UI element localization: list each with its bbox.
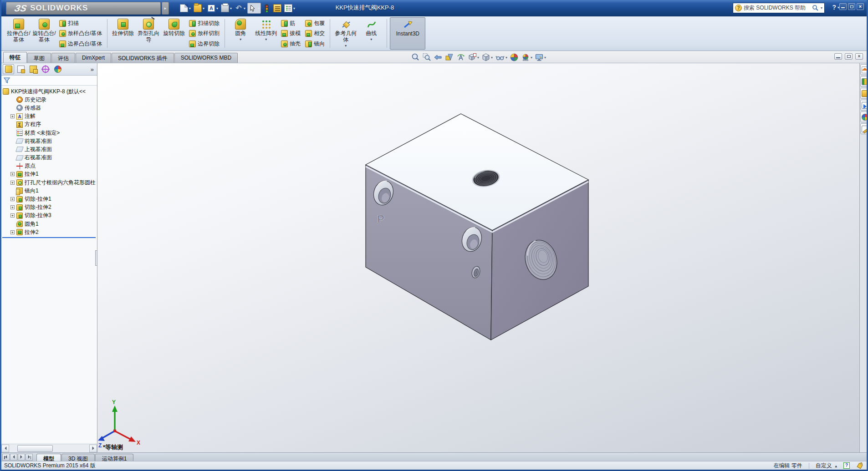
- maximize-button[interactable]: [848, 3, 855, 10]
- units-selector[interactable]: 自定义 ▴: [816, 462, 837, 470]
- rollback-bar[interactable]: [2, 237, 96, 238]
- options-button[interactable]: ▾: [283, 3, 296, 14]
- tree-item-hole[interactable]: +打孔尺寸根据内六角花形圆柱: [1, 178, 97, 187]
- menu-flyout-button[interactable]: ▸: [162, 2, 169, 15]
- tree-item-extrude2[interactable]: +拉伸2: [1, 228, 97, 236]
- tab-dimxpert[interactable]: DimXpert: [76, 53, 111, 63]
- print-button[interactable]: ▾: [220, 3, 233, 14]
- dropdown-arrow-icon[interactable]: ▾: [370, 37, 372, 41]
- dropdown-arrow-icon[interactable]: ▾: [230, 6, 232, 10]
- first-tab-button[interactable]: [2, 454, 10, 461]
- appearances-tab[interactable]: [860, 111, 867, 122]
- tag-icon[interactable]: [856, 462, 864, 469]
- dropdown-arrow-icon[interactable]: ▾: [491, 56, 493, 60]
- lofted-boss-button[interactable]: 放样凸台/基体: [58, 29, 103, 38]
- tree-item-cut2[interactable]: +切除-拉伸2: [1, 203, 97, 212]
- scroll-right-button[interactable]: [89, 445, 97, 452]
- file-properties-button[interactable]: [272, 3, 282, 14]
- home-tab[interactable]: [860, 64, 867, 75]
- linear-pattern-button[interactable]: 线性阵列 ▾: [253, 17, 279, 50]
- extruded-boss-button[interactable]: 拉伸凸台/基体: [6, 17, 31, 50]
- tree-item-cut1[interactable]: +切除-拉伸1: [1, 195, 97, 203]
- view-settings-button[interactable]: ▾: [534, 52, 546, 62]
- graphics-viewport[interactable]: P Y X Z *等轴测: [97, 63, 859, 452]
- reference-geometry-button[interactable]: 参考几何体 ▾: [333, 17, 358, 50]
- dropdown-arrow-icon[interactable]: ▾: [244, 6, 245, 10]
- dropdown-arrow-icon[interactable]: ▾: [216, 6, 218, 10]
- tree-item-origin[interactable]: 原点: [1, 162, 97, 170]
- tree-item-equations[interactable]: Σ方程序: [1, 121, 97, 129]
- rib-button[interactable]: 筋: [280, 19, 302, 28]
- tree-item-annotations[interactable]: +A注解: [1, 112, 97, 121]
- tab-evaluate[interactable]: 评估: [51, 53, 75, 63]
- new-document-button[interactable]: ▾: [179, 3, 192, 14]
- revolved-cut-button[interactable]: 旋转切除: [161, 17, 187, 50]
- draft-button[interactable]: 拔模: [280, 29, 302, 38]
- search-input[interactable]: 搜索 SOLIDWORKS 帮助: [744, 4, 810, 12]
- model-tab[interactable]: 模型: [36, 454, 61, 461]
- make-drawing-button[interactable]: A▾: [206, 3, 219, 14]
- performance-evaluation-button[interactable]: [262, 3, 271, 14]
- tree-item-extrude1[interactable]: +拉伸1: [1, 170, 97, 178]
- 3d-views-tab[interactable]: 3D 视图: [61, 454, 95, 461]
- last-tab-button[interactable]: [26, 454, 33, 461]
- dropdown-arrow-icon[interactable]: ▾: [293, 6, 295, 10]
- swept-cut-button[interactable]: 扫描切除: [188, 19, 221, 28]
- instant3d-button[interactable]: Instant3D: [390, 17, 425, 50]
- displaymanager-tab[interactable]: [52, 64, 63, 74]
- mirror-button[interactable]: 镜向: [304, 39, 326, 48]
- undo-button[interactable]: ↶▾: [234, 3, 246, 14]
- tree-item-mirror1[interactable]: 镜向1: [1, 187, 97, 195]
- scroll-left-button[interactable]: [1, 445, 9, 452]
- boundary-cut-button[interactable]: 边界切除: [188, 39, 221, 48]
- expand-icon[interactable]: +: [10, 197, 15, 201]
- hole-wizard-button[interactable]: 异型孔向导: [136, 17, 161, 50]
- search-icon[interactable]: [812, 5, 819, 11]
- motion-study-tab[interactable]: 运动算例1: [95, 454, 134, 461]
- sweep-button[interactable]: 扫描: [58, 19, 103, 28]
- model-canvas[interactable]: P Y X Z: [97, 63, 859, 452]
- tab-sketch[interactable]: 草图: [27, 53, 51, 63]
- extruded-cut-button[interactable]: 拉伸切除: [110, 17, 136, 50]
- tab-addins[interactable]: SOLIDWORKS 插件: [112, 53, 174, 63]
- dropdown-arrow-icon[interactable]: ▾: [531, 56, 532, 60]
- expand-icon[interactable]: +: [10, 181, 15, 185]
- tab-mbd[interactable]: SOLIDWORKS MBD: [174, 53, 238, 63]
- tree-item-fillet1[interactable]: 圆角1: [1, 220, 97, 228]
- tree-item-front-plane[interactable]: 前视基准面: [1, 137, 97, 145]
- tree-item-cut3[interactable]: +切除-拉伸3: [1, 212, 97, 220]
- revolved-boss-button[interactable]: 旋转凸台/基体: [31, 17, 57, 50]
- tree-item-history[interactable]: 历史记录: [1, 96, 97, 104]
- dropdown-arrow-icon[interactable]: ▾: [258, 6, 260, 10]
- close-button[interactable]: ×: [857, 3, 864, 10]
- dropdown-arrow-icon[interactable]: ▾: [477, 56, 479, 60]
- tree-root-item[interactable]: KKP快速排气阀KKP-8 (默认<<: [1, 87, 97, 96]
- scroll-track[interactable]: [9, 445, 89, 452]
- design-library-tab[interactable]: [860, 76, 867, 87]
- quick-tips-icon[interactable]: ?: [843, 462, 850, 469]
- rotate-view-button[interactable]: [456, 52, 466, 62]
- edit-appearance-button[interactable]: [509, 52, 519, 62]
- search-box[interactable]: ? 搜索 SOLIDWORKS 帮助 ▾: [733, 3, 825, 13]
- shell-button[interactable]: 抽壳: [280, 39, 302, 48]
- dimxpertmanager-tab[interactable]: [40, 64, 51, 74]
- tree-filter-row[interactable]: [1, 76, 97, 86]
- help-button[interactable]: ?▾: [832, 4, 839, 11]
- view-orientation-button[interactable]: ▾: [467, 52, 480, 62]
- open-button[interactable]: ▾: [193, 3, 205, 14]
- dropdown-arrow-icon[interactable]: ▾: [345, 44, 347, 48]
- dropdown-arrow-icon[interactable]: ▾: [544, 56, 546, 60]
- doc-minimize-button[interactable]: [834, 53, 842, 60]
- wrap-button[interactable]: 包覆: [304, 19, 326, 28]
- tab-features[interactable]: 特征: [3, 52, 27, 63]
- fillet-button[interactable]: 圆角 ▾: [228, 17, 253, 50]
- tree-item-right-plane[interactable]: 右视基准面: [1, 154, 97, 162]
- display-style-button[interactable]: ▾: [481, 52, 493, 62]
- file-explorer-tab[interactable]: [860, 88, 867, 99]
- propertymanager-tab[interactable]: [15, 64, 26, 74]
- hide-show-items-button[interactable]: ▾: [495, 52, 508, 62]
- select-button[interactable]: ▾: [247, 3, 261, 14]
- zoom-to-area-button[interactable]: [422, 52, 432, 62]
- expand-icon[interactable]: +: [10, 213, 15, 218]
- apply-scene-button[interactable]: ▾: [521, 52, 533, 62]
